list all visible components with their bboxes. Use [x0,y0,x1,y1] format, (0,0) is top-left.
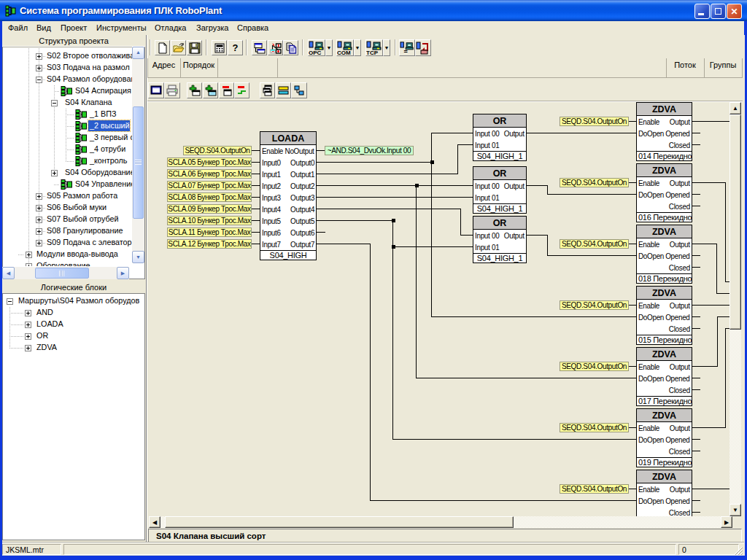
svg-text:=: = [403,48,407,55]
svg-text:TCP: TCP [366,50,379,55]
svg-text:OPC: OPC [309,50,322,55]
svg-text:COM: COM [337,50,351,55]
